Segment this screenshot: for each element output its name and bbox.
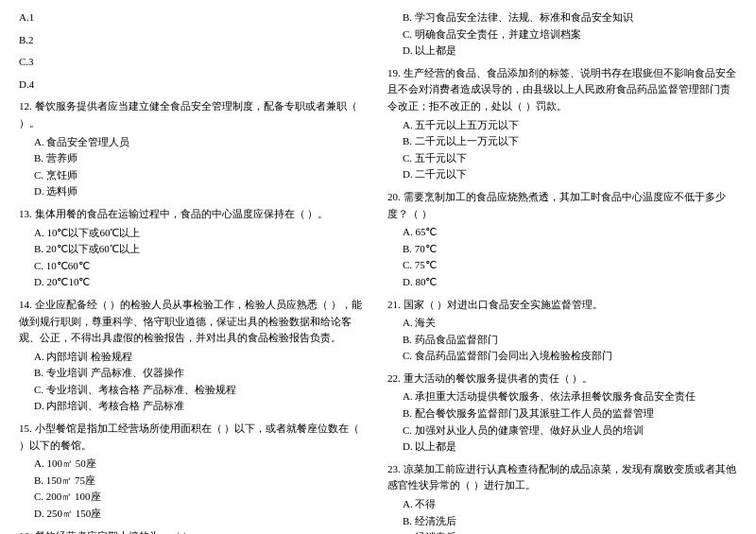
q14-option-a: A. 内部培训 检验规程 (19, 349, 369, 366)
q23-text: 23. 凉菜加工前应进行认真检查待配制的成品凉菜，发现有腐败变质或者其他感官性状… (387, 461, 737, 494)
left-column: A.1 B.2 C.3 D.4 12. 餐饮服务提供者应当建立健全食品安全管理制… (19, 9, 369, 534)
q12-text: 12. 餐饮服务提供者应当建立健全食品安全管理制度，配备专职或者兼职（ ）。 (19, 98, 369, 131)
question-15: 15. 小型餐馆是指加工经营场所使用面积在（ ）以下，或者就餐座位数在（ ）以下… (19, 421, 369, 523)
question-a1: A.1 (19, 9, 369, 26)
question-12: 12. 餐饮服务提供者应当建立健全食品安全管理制度，配备专职或者兼职（ ）。 A… (19, 98, 369, 200)
q21-option-c: C. 食品药品监督部门会同出入境检验检疫部门 (387, 348, 737, 365)
q12-option-a: A. 食品安全管理人员 (19, 134, 369, 151)
question-18-cont: B. 学习食品安全法律、法规、标准和食品安全知识 C. 明确食品安全责任，并建立… (387, 9, 737, 60)
q12-option-c: C. 烹饪师 (19, 167, 369, 184)
two-column-layout: A.1 B.2 C.3 D.4 12. 餐饮服务提供者应当建立健全食品安全管理制… (19, 9, 737, 534)
q22-option-d: D. 以上都是 (387, 439, 737, 456)
q14-text: 14. 企业应配备经（ ）的检验人员从事检验工作，检验人员应熟悉（ ），能做到规… (19, 297, 369, 347)
q22-option-a: A. 承担重大活动提供餐饮服务、依法承担餐饮服务食品安全责任 (387, 388, 737, 405)
right-column: B. 学习食品安全法律、法规、标准和食品安全知识 C. 明确食品安全责任，并建立… (387, 9, 737, 534)
q15-option-c: C. 200㎡ 100座 (19, 489, 369, 506)
q20-text: 20. 需要烹制加工的食品应烧熟煮透，其加工时食品中心温度应不低于多少度？（ ） (387, 189, 737, 222)
q23-option-c: C. 经消毒后 (387, 529, 737, 534)
q13-text: 13. 集体用餐的食品在运输过程中，食品的中心温度应保持在（ ）。 (19, 206, 369, 223)
q13-option-c: C. 10℃60℃ (19, 258, 369, 275)
q19-text: 19. 生产经营的食品、食品添加剂的标签、说明书存在瑕疵但不影响食品安全且不会对… (387, 65, 737, 115)
q-b2-text: B.2 (19, 32, 369, 49)
q15-option-b: B. 150㎡ 75座 (19, 473, 369, 490)
q20-option-a: A. 65℃ (387, 224, 737, 241)
q18-option-d: D. 以上都是 (387, 43, 737, 60)
question-14: 14. 企业应配备经（ ）的检验人员从事检验工作，检验人员应熟悉（ ），能做到规… (19, 297, 369, 415)
page-container: A.1 B.2 C.3 D.4 12. 餐饮服务提供者应当建立健全食品安全管理制… (19, 9, 737, 534)
q13-option-a: A. 10℃以下或60℃以上 (19, 225, 369, 242)
q19-option-c: C. 五千元以下 (387, 150, 737, 167)
question-b2: B.2 (19, 32, 369, 49)
q15-option-a: A. 100㎡ 50座 (19, 456, 369, 473)
q19-option-a: A. 五千元以上五万元以下 (387, 117, 737, 134)
q14-option-d: D. 内部培训、考核合格 产品标准 (19, 398, 369, 415)
question-23: 23. 凉菜加工前应进行认真检查待配制的成品凉菜，发现有腐败变质或者其他感官性状… (387, 461, 737, 534)
q-a1-text: A.1 (19, 9, 369, 26)
q20-option-d: D. 80℃ (387, 274, 737, 291)
q19-option-b: B. 二千元以上一万元以下 (387, 133, 737, 150)
question-13: 13. 集体用餐的食品在运输过程中，食品的中心温度应保持在（ ）。 A. 10℃… (19, 206, 369, 291)
q15-text: 15. 小型餐馆是指加工经营场所使用面积在（ ）以下，或者就餐座位数在（ ）以下… (19, 421, 369, 454)
q12-option-d: D. 选料师 (19, 183, 369, 200)
q13-option-d: D. 20℃10℃ (19, 274, 369, 291)
question-19: 19. 生产经营的食品、食品添加剂的标签、说明书存在瑕疵但不影响食品安全且不会对… (387, 65, 737, 183)
q21-option-a: A. 海关 (387, 315, 737, 332)
question-16: 16. 餐饮经营者应定期上墙的为：（ ）。 A. 餐饮服务许可证 B. 营业执照… (19, 528, 369, 534)
q23-option-a: A. 不得 (387, 496, 737, 513)
q14-option-b: B. 专业培训 产品标准、仪器操作 (19, 365, 369, 382)
q13-option-b: B. 20℃以下或60℃以上 (19, 241, 369, 258)
q20-option-c: C. 75℃ (387, 257, 737, 274)
q-c3-text: C.3 (19, 54, 369, 71)
q14-option-c: C. 专业培训、考核合格 产品标准、检验规程 (19, 382, 369, 399)
q15-option-d: D. 250㎡ 150座 (19, 506, 369, 523)
question-21: 21. 国家（ ）对进出口食品安全实施监督管理。 A. 海关 B. 药品食品监督… (387, 297, 737, 365)
q18-option-c: C. 明确食品安全责任，并建立培训档案 (387, 26, 737, 43)
q12-option-b: B. 营养师 (19, 150, 369, 167)
question-22: 22. 重大活动的餐饮服务提供者的责任（ ）。 A. 承担重大活动提供餐饮服务、… (387, 370, 737, 456)
q20-option-b: B. 70℃ (387, 241, 737, 258)
q22-option-b: B. 配合餐饮服务监督部门及其派驻工作人员的监督管理 (387, 405, 737, 422)
q21-option-b: B. 药品食品监督部门 (387, 332, 737, 349)
q19-option-d: D. 二千元以下 (387, 166, 737, 183)
question-20: 20. 需要烹制加工的食品应烧熟煮透，其加工时食品中心温度应不低于多少度？（ ）… (387, 189, 737, 291)
question-c3: C.3 (19, 54, 369, 71)
q16-text: 16. 餐饮经营者应定期上墙的为：（ ）。 (19, 528, 369, 534)
q22-text: 22. 重大活动的餐饮服务提供者的责任（ ）。 (387, 370, 737, 388)
question-d4: D.4 (19, 77, 369, 94)
q18-option-b: B. 学习食品安全法律、法规、标准和食品安全知识 (387, 9, 737, 26)
q23-option-b: B. 经清洗后 (387, 513, 737, 530)
q22-option-c: C. 加强对从业人员的健康管理、做好从业人员的培训 (387, 422, 737, 439)
q21-text: 21. 国家（ ）对进出口食品安全实施监督管理。 (387, 297, 737, 314)
q-d4-text: D.4 (19, 77, 369, 94)
